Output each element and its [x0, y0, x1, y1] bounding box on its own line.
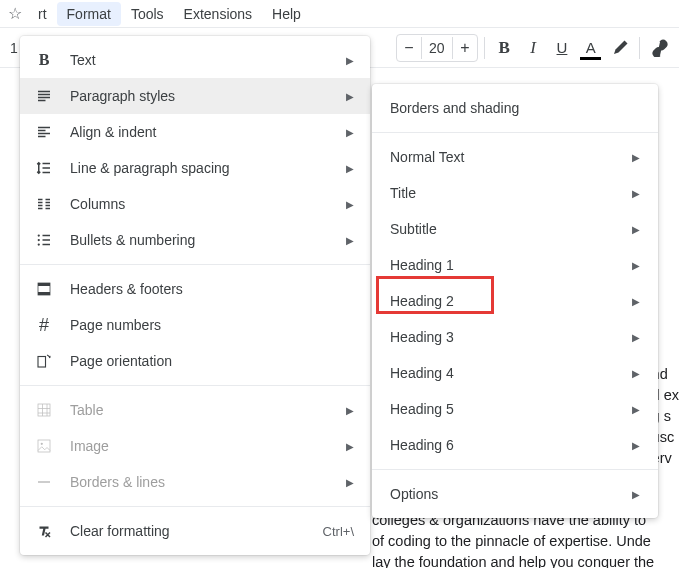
submenu-item-label: Title — [390, 185, 632, 201]
menubar-item[interactable]: rt — [28, 2, 57, 26]
chevron-right-icon: ▶ — [632, 188, 640, 199]
headers-footers-icon — [32, 277, 56, 301]
menu-item-label: Page numbers — [70, 317, 354, 333]
format-clear-formatting[interactable]: Clear formatting Ctrl+\ — [20, 513, 370, 549]
format-headers-footers[interactable]: Headers & footers — [20, 271, 370, 307]
chevron-right-icon: ▶ — [632, 368, 640, 379]
submenu-normal-text[interactable]: Normal Text ▶ — [372, 139, 658, 175]
text-color-button[interactable]: A — [577, 34, 604, 62]
chevron-right-icon: ▶ — [632, 224, 640, 235]
menubar-item-format[interactable]: Format — [57, 2, 121, 26]
submenu-heading-5[interactable]: Heading 5 ▶ — [372, 391, 658, 427]
clear-formatting-icon — [32, 519, 56, 543]
columns-icon — [32, 192, 56, 216]
chevron-right-icon: ▶ — [346, 477, 354, 488]
menu-item-label: Line & paragraph spacing — [70, 160, 346, 176]
paragraph-styles-submenu: Borders and shading Normal Text ▶ Title … — [372, 84, 658, 518]
menu-item-label: Text — [70, 52, 346, 68]
italic-button[interactable]: I — [520, 34, 547, 62]
format-paragraph-styles[interactable]: Paragraph styles ▶ — [20, 78, 370, 114]
menubar-item-extensions[interactable]: Extensions — [174, 2, 262, 26]
paragraph-icon — [32, 84, 56, 108]
underline-button[interactable]: U — [549, 34, 576, 62]
format-line-spacing[interactable]: Line & paragraph spacing ▶ — [20, 150, 370, 186]
submenu-subtitle[interactable]: Subtitle ▶ — [372, 211, 658, 247]
menu-divider — [20, 506, 370, 507]
star-icon[interactable]: ☆ — [8, 4, 22, 23]
menubar-item-tools[interactable]: Tools — [121, 2, 174, 26]
svg-rect-7 — [38, 404, 50, 416]
menu-item-label: Borders & lines — [70, 474, 346, 490]
font-size-decrease[interactable]: − — [397, 35, 421, 61]
submenu-heading-6[interactable]: Heading 6 ▶ — [372, 427, 658, 463]
insert-link-button[interactable] — [646, 34, 673, 62]
chevron-right-icon: ▶ — [346, 55, 354, 66]
svg-point-2 — [38, 243, 40, 245]
menu-item-label: Clear formatting — [70, 523, 323, 539]
submenu-options[interactable]: Options ▶ — [372, 476, 658, 512]
menu-divider — [372, 132, 658, 133]
highlight-button[interactable] — [606, 34, 633, 62]
chevron-right-icon: ▶ — [632, 296, 640, 307]
submenu-item-label: Heading 2 — [390, 293, 632, 309]
format-page-orientation[interactable]: Page orientation — [20, 343, 370, 379]
submenu-heading-4[interactable]: Heading 4 ▶ — [372, 355, 658, 391]
format-text[interactable]: B Text ▶ — [20, 42, 370, 78]
submenu-heading-2[interactable]: Heading 2 ▶ — [372, 283, 658, 319]
svg-rect-3 — [38, 283, 50, 286]
menu-divider — [20, 385, 370, 386]
font-size-control: − 20 + — [396, 34, 478, 62]
menubar-item-help[interactable]: Help — [262, 2, 311, 26]
submenu-item-label: Normal Text — [390, 149, 632, 165]
chevron-right-icon: ▶ — [632, 332, 640, 343]
chevron-right-icon: ▶ — [632, 489, 640, 500]
format-align-indent[interactable]: Align & indent ▶ — [20, 114, 370, 150]
submenu-heading-3[interactable]: Heading 3 ▶ — [372, 319, 658, 355]
chevron-right-icon: ▶ — [346, 441, 354, 452]
format-page-numbers[interactable]: # Page numbers — [20, 307, 370, 343]
format-borders-lines: Borders & lines ▶ — [20, 464, 370, 500]
submenu-item-label: Heading 1 — [390, 257, 632, 273]
svg-point-1 — [38, 239, 40, 241]
bold-icon: B — [32, 48, 56, 72]
format-columns[interactable]: Columns ▶ — [20, 186, 370, 222]
menu-item-shortcut: Ctrl+\ — [323, 524, 354, 539]
svg-point-0 — [38, 234, 40, 236]
table-icon — [32, 398, 56, 422]
submenu-item-label: Subtitle — [390, 221, 632, 237]
svg-rect-4 — [38, 292, 50, 295]
align-icon — [32, 120, 56, 144]
hline-icon — [32, 470, 56, 494]
bullets-icon — [32, 228, 56, 252]
submenu-heading-1[interactable]: Heading 1 ▶ — [372, 247, 658, 283]
format-table: Table ▶ — [20, 392, 370, 428]
submenu-borders-shading[interactable]: Borders and shading — [372, 90, 658, 126]
menu-item-label: Page orientation — [70, 353, 354, 369]
chevron-right-icon: ▶ — [632, 404, 640, 415]
chevron-right-icon: ▶ — [632, 260, 640, 271]
menu-item-label: Columns — [70, 196, 346, 212]
chevron-right-icon: ▶ — [346, 235, 354, 246]
menubar: ☆ rt Format Tools Extensions Help — [0, 0, 679, 28]
font-size-value[interactable]: 20 — [421, 37, 453, 59]
highlight-icon — [611, 39, 629, 57]
submenu-item-label: Borders and shading — [390, 100, 640, 116]
menu-divider — [20, 264, 370, 265]
image-icon — [32, 434, 56, 458]
chevron-right-icon: ▶ — [346, 199, 354, 210]
link-icon — [651, 39, 669, 57]
svg-rect-6 — [38, 357, 46, 368]
orientation-icon — [32, 349, 56, 373]
menu-divider — [372, 469, 658, 470]
menu-item-label: Bullets & numbering — [70, 232, 346, 248]
bold-button[interactable]: B — [491, 34, 518, 62]
menu-item-label: Table — [70, 402, 346, 418]
submenu-item-label: Heading 5 — [390, 401, 632, 417]
menu-item-label: Headers & footers — [70, 281, 354, 297]
submenu-title[interactable]: Title ▶ — [372, 175, 658, 211]
doc-text: of coding to the pinnacle of expertise. … — [372, 531, 679, 552]
menu-item-label: Align & indent — [70, 124, 346, 140]
format-bullets-numbering[interactable]: Bullets & numbering ▶ — [20, 222, 370, 258]
font-size-increase[interactable]: + — [453, 35, 477, 61]
format-menu: B Text ▶ Paragraph styles ▶ Align & inde… — [20, 36, 370, 555]
